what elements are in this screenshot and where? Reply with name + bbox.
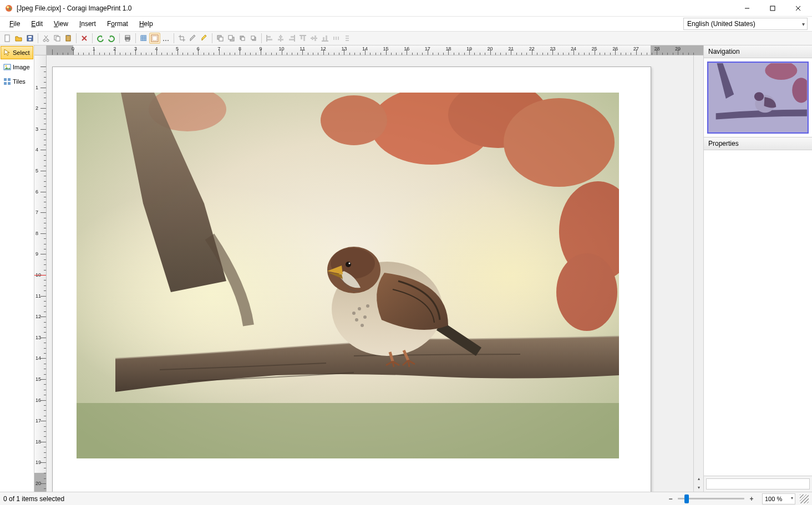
margin-button[interactable]: [149, 33, 160, 44]
open-button[interactable]: [13, 33, 24, 44]
svg-rect-32: [229, 35, 232, 39]
menu-bar: File Edit View Insert Format Help Englis…: [0, 17, 812, 31]
svg-point-82: [366, 304, 369, 308]
menu-help[interactable]: Help: [134, 18, 158, 29]
separator: [261, 33, 262, 43]
redo-button[interactable]: [106, 33, 117, 44]
svg-point-75: [556, 253, 617, 331]
page[interactable]: [52, 67, 651, 492]
tool-image-label: Image: [13, 64, 30, 70]
paste-button[interactable]: [63, 33, 74, 44]
options-button[interactable]: [160, 33, 171, 44]
svg-rect-38: [267, 36, 271, 38]
maximize-button[interactable]: [760, 0, 785, 16]
close-button[interactable]: [785, 0, 811, 16]
language-select[interactable]: English (United States): [683, 18, 808, 30]
svg-rect-59: [346, 38, 349, 39]
align-top-button[interactable]: [297, 33, 308, 44]
tiles-icon: [3, 78, 11, 85]
svg-rect-44: [291, 36, 294, 38]
svg-rect-53: [323, 37, 324, 40]
svg-rect-58: [346, 35, 349, 37]
navigation-thumbnail[interactable]: [707, 62, 809, 134]
grid-button[interactable]: [138, 33, 149, 44]
properties-header: Properties: [704, 137, 812, 150]
bring-front-button[interactable]: [215, 33, 226, 44]
zoom-controls: − + 100 %: [666, 493, 809, 504]
undo-button[interactable]: [95, 33, 106, 44]
align-middle-button[interactable]: [308, 33, 319, 44]
new-button[interactable]: [2, 33, 13, 44]
menu-format[interactable]: Format: [102, 18, 133, 29]
canvas-row: 1234567891011121314151617181920: [34, 55, 703, 492]
ruler-vertical[interactable]: 1234567891011121314151617181920: [34, 55, 47, 492]
scroll-up-icon[interactable]: ▴: [694, 474, 703, 483]
delete-button[interactable]: [79, 33, 90, 44]
save-button[interactable]: [24, 33, 35, 44]
svg-rect-30: [219, 37, 223, 41]
menu-file[interactable]: File: [4, 18, 25, 29]
ruler-horizontal[interactable]: 0123456789101112131415161718192021222324…: [47, 45, 703, 55]
properties-body: [704, 150, 812, 476]
zoom-slider[interactable]: [678, 498, 744, 499]
scrollbar-vertical[interactable]: ▴ ▾: [693, 55, 703, 492]
zoom-out-button[interactable]: −: [666, 494, 676, 504]
highlight-button[interactable]: [199, 33, 210, 44]
separator: [119, 33, 120, 43]
paper-area[interactable]: [47, 55, 693, 492]
svg-rect-54: [326, 35, 327, 40]
edit-button[interactable]: [187, 33, 199, 44]
print-button[interactable]: [122, 33, 133, 44]
tool-tiles-label: Tiles: [13, 78, 26, 85]
distribute-v-button[interactable]: [342, 33, 353, 44]
right-panel: Navigation: [703, 45, 812, 492]
resize-grip[interactable]: [800, 494, 809, 503]
align-right-button[interactable]: [286, 33, 297, 44]
tool-select-label: Select: [13, 49, 30, 56]
tool-select[interactable]: Select: [1, 46, 33, 59]
tool-image[interactable]: Image: [1, 60, 33, 74]
navigation-thumbnail-wrap: [704, 58, 812, 137]
copy-button[interactable]: [52, 33, 63, 44]
language-value: English (United States): [687, 20, 755, 28]
svg-point-62: [6, 65, 7, 67]
svg-point-83: [361, 324, 364, 327]
svg-rect-16: [56, 37, 60, 41]
svg-rect-41: [279, 36, 282, 38]
svg-point-0: [6, 5, 12, 12]
svg-rect-39: [267, 39, 272, 40]
svg-point-80: [363, 315, 367, 319]
zoom-value-select[interactable]: 100 %: [762, 493, 795, 504]
svg-rect-36: [251, 36, 255, 39]
svg-rect-27: [165, 40, 166, 41]
zoom-slider-thumb[interactable]: [684, 494, 689, 503]
zoom-in-button[interactable]: +: [747, 494, 757, 504]
send-backward-button[interactable]: [248, 33, 259, 44]
canvas-area: 0123456789101112131415161718192021222324…: [34, 45, 703, 492]
placed-image[interactable]: [77, 93, 619, 458]
svg-point-12: [47, 39, 49, 42]
svg-rect-10: [29, 39, 31, 40]
menu-insert[interactable]: Insert: [74, 18, 101, 29]
svg-point-1: [7, 6, 9, 8]
separator: [92, 33, 93, 43]
svg-rect-42: [278, 39, 283, 40]
menu-view[interactable]: View: [49, 18, 73, 29]
bring-forward-button[interactable]: [237, 33, 248, 44]
svg-point-76: [321, 95, 387, 145]
svg-point-73: [504, 98, 615, 187]
align-bottom-button[interactable]: [319, 33, 331, 44]
distribute-h-button[interactable]: [331, 33, 342, 44]
menu-edit[interactable]: Edit: [26, 18, 48, 29]
cut-button[interactable]: [40, 33, 52, 44]
properties-input[interactable]: [706, 478, 810, 489]
cursor-icon: [3, 49, 11, 57]
minimize-button[interactable]: [734, 0, 760, 16]
align-left-button[interactable]: [264, 33, 275, 44]
send-back-button[interactable]: [226, 33, 237, 44]
tool-tiles[interactable]: Tiles: [1, 75, 33, 88]
align-center-button[interactable]: [275, 33, 286, 44]
svg-rect-17: [66, 35, 70, 41]
crop-button[interactable]: [176, 33, 187, 44]
scroll-down-icon[interactable]: ▾: [694, 483, 703, 492]
